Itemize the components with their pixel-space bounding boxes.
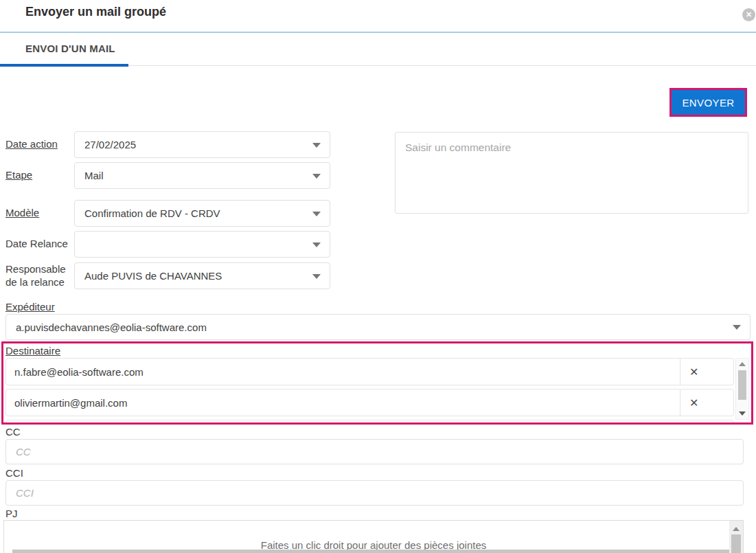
pj-label: PJ <box>5 508 18 519</box>
recipient-row-partial <box>5 420 734 425</box>
recipient-scrollbar[interactable] <box>735 358 749 420</box>
dialog-title: Envoyer un mail groupé <box>25 5 166 19</box>
scrollbar-thumb[interactable] <box>731 534 741 553</box>
chevron-down-icon <box>312 143 321 148</box>
date-action-select[interactable]: 27/02/2025 <box>74 131 330 158</box>
send-button[interactable]: ENVOYER <box>672 90 745 115</box>
date-relance-select[interactable] <box>74 231 330 258</box>
scroll-up-icon[interactable] <box>739 362 746 366</box>
send-button-highlight: ENVOYER <box>669 88 747 117</box>
attachments-dropzone[interactable]: Faites un clic droit pour ajouter des pi… <box>3 520 744 553</box>
date-action-label: Date action <box>5 138 58 150</box>
recipient-row: n.fabre@eolia-software.com ✕ <box>5 358 734 385</box>
recipient-row: oliviermartin@gmail.com ✕ <box>5 389 734 416</box>
recipient-email: n.fabre@eolia-software.com <box>6 359 680 385</box>
tab-bar-divider <box>128 65 756 66</box>
modele-label: Modèle <box>5 207 39 218</box>
chevron-down-icon <box>312 274 321 279</box>
responsable-relance-label: Responsable de la relance <box>5 262 73 289</box>
header-divider <box>0 32 756 33</box>
scrollbar-thumb[interactable] <box>738 370 746 400</box>
recipient-email: oliviermartin@gmail.com <box>6 390 680 416</box>
etape-select[interactable]: Mail <box>74 162 330 189</box>
modele-select[interactable]: Confirmation de RDV - CRDV <box>74 200 330 227</box>
cci-input[interactable] <box>5 480 744 506</box>
date-action-value: 27/02/2025 <box>84 139 136 150</box>
send-group-mail-dialog: Envoyer un mail groupé ✕ ENVOI D'UN MAIL… <box>0 0 756 553</box>
responsable-relance-value: Aude PUVIS de CHAVANNES <box>84 270 222 282</box>
expediteur-value: a.puvisdechavannes@eolia-software.com <box>16 321 207 333</box>
etape-value: Mail <box>84 170 104 181</box>
expediteur-select[interactable]: a.puvisdechavannes@eolia-software.com <box>5 314 751 340</box>
remove-recipient-icon[interactable]: ✕ <box>680 390 733 416</box>
expediteur-label: Expéditeur <box>5 301 55 313</box>
cc-label: CC <box>5 426 21 438</box>
chevron-down-icon <box>312 212 321 216</box>
horizontal-scrollbar[interactable] <box>12 550 729 553</box>
chevron-down-icon <box>312 242 321 247</box>
remove-recipient-icon[interactable]: ✕ <box>680 359 733 385</box>
cc-input[interactable] <box>5 439 744 464</box>
chevron-down-icon <box>733 325 741 330</box>
comment-textarea[interactable] <box>395 132 748 214</box>
attachments-scrollbar[interactable] <box>729 521 743 553</box>
modele-value: Confirmation de RDV - CRDV <box>84 207 220 219</box>
cci-label: CCI <box>5 467 23 479</box>
date-relance-label: Date Relance <box>5 238 68 249</box>
destinataire-section-highlight: Destinataire n.fabre@eolia-software.com … <box>1 341 753 425</box>
responsable-relance-select[interactable]: Aude PUVIS de CHAVANNES <box>74 262 330 289</box>
etape-label: Etape <box>5 169 32 181</box>
scroll-down-icon[interactable] <box>739 411 746 416</box>
scroll-up-icon[interactable] <box>733 527 740 531</box>
destinataire-label: Destinataire <box>5 345 60 357</box>
tab-envoi-mail[interactable]: ENVOI D'UN MAIL <box>25 43 115 54</box>
close-icon[interactable]: ✕ <box>742 8 755 21</box>
tab-active-indicator <box>0 64 128 67</box>
chevron-down-icon <box>312 174 321 179</box>
